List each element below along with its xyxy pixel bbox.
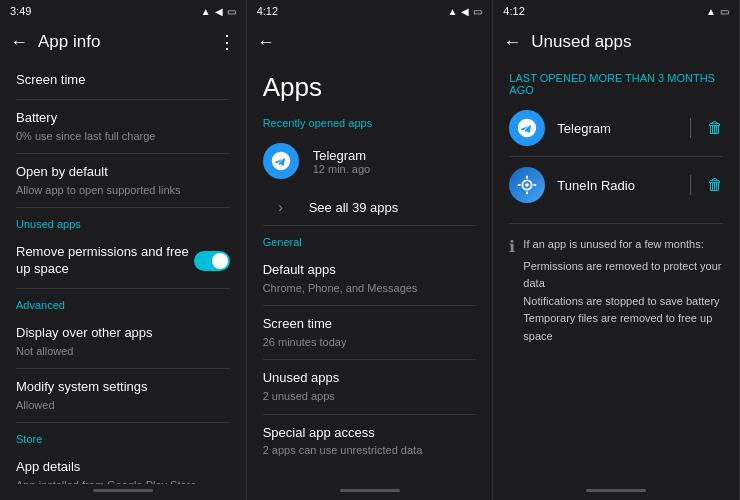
info-row: ℹ If an app is unused for a few months: … xyxy=(509,236,723,346)
remove-permissions-toggle[interactable] xyxy=(194,251,230,271)
display-over-title: Display over other apps xyxy=(16,325,230,342)
recently-opened-label: Recently opened apps xyxy=(247,107,493,133)
info-content: If an app is unused for a few months: Pe… xyxy=(523,236,723,346)
status-time-2: 4:12 xyxy=(257,5,278,17)
app-details-item[interactable]: App details App installed from Google Pl… xyxy=(0,449,246,484)
telegram-info: Telegram 12 min. ago xyxy=(313,148,477,175)
status-icons-2: ▲ ◀ ▭ xyxy=(447,6,482,17)
battery-icon-3: ▭ xyxy=(720,6,729,17)
open-default-title: Open by default xyxy=(16,164,230,181)
unused-apps-title: Unused apps xyxy=(263,370,477,387)
telegram-unused-name: Telegram xyxy=(557,121,674,136)
status-bar-3: 4:12 ▲ ▭ xyxy=(493,0,739,22)
tunein-unused-row[interactable]: TuneIn Radio 🗑 xyxy=(493,157,739,213)
panel-apps: 4:12 ▲ ◀ ▭ ← Apps Recently opened apps T… xyxy=(247,0,494,500)
modify-settings-title: Modify system settings xyxy=(16,379,230,396)
wifi-icon: ▲ xyxy=(201,6,211,17)
tunein-icon xyxy=(509,167,545,203)
special-access-sub: 2 apps can use unrestricted data xyxy=(263,443,477,457)
battery-sub: 0% use since last full charge xyxy=(16,129,230,143)
info-intro: If an app is unused for a few months: xyxy=(523,236,723,254)
screen-time-sub-2: 26 minutes today xyxy=(263,335,477,349)
telegram-icon xyxy=(263,143,299,179)
tunein-info: TuneIn Radio xyxy=(557,178,674,193)
panel-app-info: 3:49 ▲ ◀ ▭ ← App info ⋮ Screen time Batt… xyxy=(0,0,247,500)
remove-permissions-left: Remove permissions and free up space xyxy=(16,244,194,278)
screen-time-title: Screen time xyxy=(16,72,230,89)
status-time-3: 4:12 xyxy=(503,5,524,17)
open-default-sub: Allow app to open supported links xyxy=(16,183,230,197)
back-button-3[interactable]: ← xyxy=(503,32,521,53)
unused-apps-item[interactable]: Unused apps 2 unused apps xyxy=(247,360,493,413)
back-button-1[interactable]: ← xyxy=(10,32,28,53)
special-access-item[interactable]: Special app access 2 apps can use unrest… xyxy=(247,415,493,468)
screen-time-title-2: Screen time xyxy=(263,316,477,333)
app-info-content: Screen time Battery 0% use since last fu… xyxy=(0,62,246,484)
delete-telegram-button[interactable]: 🗑 xyxy=(707,119,723,137)
bottom-indicator-3 xyxy=(586,489,646,492)
telegram-unused-icon xyxy=(509,110,545,146)
modify-settings-sub: Allowed xyxy=(16,398,230,412)
wifi-icon-3: ▲ xyxy=(706,6,716,17)
default-apps-item[interactable]: Default apps Chrome, Phone, and Messages xyxy=(247,252,493,305)
unused-apps-sub: 2 unused apps xyxy=(263,389,477,403)
general-label: General xyxy=(247,226,493,252)
battery-title: Battery xyxy=(16,110,230,127)
bullet-2: Notifications are stopped to save batter… xyxy=(523,293,723,311)
svg-point-1 xyxy=(526,183,530,187)
battery-icon-2: ▭ xyxy=(473,6,482,17)
status-time-1: 3:49 xyxy=(10,5,31,17)
bottom-bar-3 xyxy=(493,484,739,500)
menu-dots-button[interactable]: ⋮ xyxy=(218,31,236,53)
top-bar-1: ← App info ⋮ xyxy=(0,22,246,62)
apps-content: Apps Recently opened apps Telegram 12 mi… xyxy=(247,62,493,484)
signal-icon-2: ◀ xyxy=(461,6,469,17)
screen-time-item[interactable]: Screen time xyxy=(0,62,246,99)
battery-icon: ▭ xyxy=(227,6,236,17)
status-bar-2: 4:12 ▲ ◀ ▭ xyxy=(247,0,493,22)
display-over-sub: Not allowed xyxy=(16,344,230,358)
vert-divider-2 xyxy=(690,175,691,195)
signal-icon: ◀ xyxy=(215,6,223,17)
unused-apps-content: LAST OPENED MORE THAN 3 MONTHS AGO Teleg… xyxy=(493,62,739,484)
bullet-3: Temporary files are removed to free up s… xyxy=(523,310,723,345)
screen-time-item-2[interactable]: Screen time 26 minutes today xyxy=(247,306,493,359)
default-apps-sub: Chrome, Phone, and Messages xyxy=(263,281,477,295)
bottom-indicator-2 xyxy=(340,489,400,492)
top-bar-2: ← xyxy=(247,22,493,62)
remove-permissions-item[interactable]: Remove permissions and free up space xyxy=(0,234,246,288)
status-icons-1: ▲ ◀ ▭ xyxy=(201,6,236,17)
delete-tunein-button[interactable]: 🗑 xyxy=(707,176,723,194)
remove-permissions-title: Remove permissions and free up space xyxy=(16,244,194,278)
tunein-name: TuneIn Radio xyxy=(557,178,674,193)
see-all-row[interactable]: › See all 39 apps xyxy=(247,189,493,225)
modify-settings-item[interactable]: Modify system settings Allowed xyxy=(0,369,246,422)
see-all-text: See all 39 apps xyxy=(309,200,399,215)
bottom-bar-1 xyxy=(0,484,246,500)
display-over-apps-item[interactable]: Display over other apps Not allowed xyxy=(0,315,246,368)
open-by-default-item[interactable]: Open by default Allow app to open suppor… xyxy=(0,154,246,207)
bottom-indicator-1 xyxy=(93,489,153,492)
chevron-right-icon: › xyxy=(263,199,299,215)
page-title-3: Unused apps xyxy=(531,32,729,52)
last-opened-label: LAST OPENED MORE THAN 3 MONTHS AGO xyxy=(493,62,739,100)
back-button-2[interactable]: ← xyxy=(257,32,275,53)
telegram-time: 12 min. ago xyxy=(313,163,477,175)
unused-apps-section-label: Unused apps xyxy=(0,208,246,234)
page-title-1: App info xyxy=(38,32,208,52)
status-icons-3: ▲ ▭ xyxy=(706,6,729,17)
status-bar-1: 3:49 ▲ ◀ ▭ xyxy=(0,0,246,22)
telegram-unused-row[interactable]: Telegram 🗑 xyxy=(493,100,739,156)
battery-item[interactable]: Battery 0% use since last full charge xyxy=(0,100,246,153)
telegram-recent-item[interactable]: Telegram 12 min. ago xyxy=(247,133,493,189)
telegram-unused-info: Telegram xyxy=(557,121,674,136)
bottom-bar-2 xyxy=(247,484,493,500)
telegram-name: Telegram xyxy=(313,148,477,163)
advanced-section-label: Advanced xyxy=(0,289,246,315)
top-bar-3: ← Unused apps xyxy=(493,22,739,62)
bullet-1: Permissions are removed to protect your … xyxy=(523,258,723,293)
special-access-title: Special app access xyxy=(263,425,477,442)
panel-unused-apps: 4:12 ▲ ▭ ← Unused apps LAST OPENED MORE … xyxy=(493,0,740,500)
default-apps-title: Default apps xyxy=(263,262,477,279)
info-icon: ℹ xyxy=(509,237,515,256)
